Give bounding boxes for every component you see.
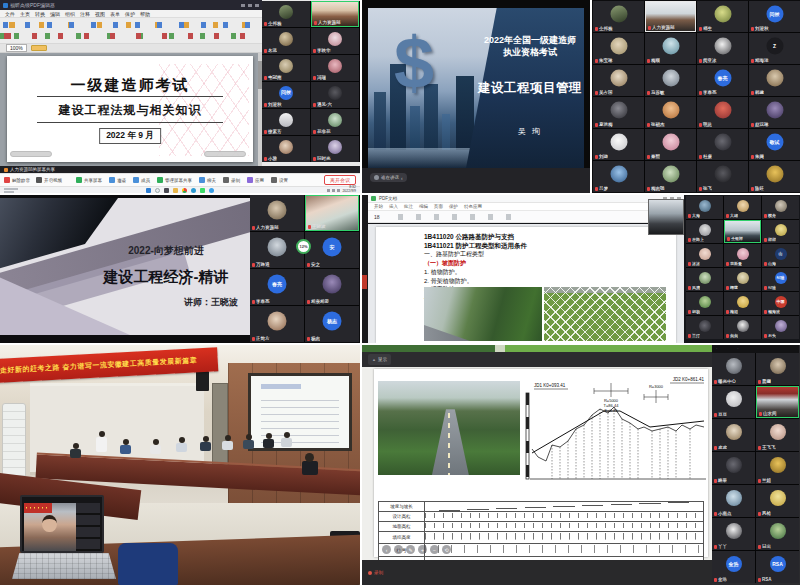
participant-tile[interactable]: 大海 [686,196,723,219]
minimize-icon[interactable] [241,4,245,7]
show-panel-chip[interactable]: ▲ 显示 [368,354,391,365]
menu-tab[interactable]: 编辑 [419,204,428,209]
system-tray[interactable]: 8:32 2022/9/9 [327,186,356,193]
participant-tile[interactable]: 豆豆 [712,386,755,418]
participant-tile[interactable]: 张朝杰 [645,97,696,128]
participant-tile[interactable]: 山水间 [756,386,799,418]
control-button[interactable]: › [394,545,403,554]
participant-tile[interactable]: 人力资源部 [250,195,304,231]
weather-widget[interactable] [4,188,18,193]
participant-tile[interactable]: 徐素芳 [262,109,310,135]
participant-tile[interactable]: 马苏敏 [645,65,696,96]
participant-tile[interactable]: 夏洪梅 [593,97,644,128]
pdf-toolbar-icons[interactable] [0,18,262,44]
menu-item[interactable]: 主页 [20,11,30,17]
participant-tile[interactable]: 小雨点 [712,485,755,517]
participant-tile[interactable]: 李映华 [311,28,359,54]
control-button[interactable]: ‹ [382,545,391,554]
participant-tile[interactable]: 正前方 [250,306,304,342]
participant-tile[interactable]: 人力资源部 [645,1,696,32]
participant-tile[interactable]: 遇见·六 [311,82,359,108]
participant-tile[interactable]: 冯瑞 [311,55,359,81]
participant-tile[interactable]: 风铃 [756,485,799,517]
participant-tile[interactable]: 春亮 李春亮 [697,65,748,96]
participant-tile[interactable]: 丫丫 [712,518,755,550]
participant-tile[interactable]: 曝光中心 [712,353,755,385]
pdf-document-area[interactable]: 1B411020 公路路基防护与支挡 1B411021 防护工程类型和适用条件 … [368,224,684,343]
window-buttons[interactable] [241,4,259,7]
menu-item[interactable]: 编辑 [50,11,60,17]
participant-tile[interactable]: 敬试 朱姗 [749,129,800,160]
participant-tile[interactable]: 王晓波 [305,195,359,231]
toolbar-toggle[interactable]: 开启视频 [36,177,62,183]
participant-tile[interactable]: 韦冠南 [262,55,310,81]
participant-tile[interactable]: 陈旺 [749,161,800,192]
participant-tile[interactable]: 横舟 [762,196,799,219]
toolbar-button[interactable]: 应用 [247,177,264,183]
pdf-document-area[interactable]: 一级建造师考试 建设工程法规与相关知识 2022 年 9 月 [0,53,262,166]
hand-tool-active[interactable] [31,45,47,51]
participant-tile[interactable]: 中国 籍海波 [762,292,799,315]
meeting-app-icon[interactable] [209,188,214,193]
participant-tile[interactable]: 吴占国 [593,65,644,96]
participant-tile[interactable]: 皮皮 [712,419,755,451]
document-tab[interactable]: PDF文档 [379,196,397,201]
participant-tile[interactable]: 杨志 杨志 [305,306,359,342]
chrome-icon[interactable] [182,188,187,193]
toolbar-button[interactable]: 管理屏幕共享 [157,177,192,183]
leave-meeting-button[interactable]: 离开会议 [324,175,356,185]
participant-tile[interactable]: 名流 [262,28,310,54]
participant-tile[interactable]: 赵汉琳 [749,97,800,128]
document-area[interactable]: JD1 K0+093.41 R=5000 T=86.44 E=0.75 R=30… [362,367,712,560]
floating-camera-video[interactable] [648,199,684,235]
control-button[interactable]: ✎ [406,545,415,554]
participant-tile[interactable]: 纪迪 纪迪 [762,268,799,291]
participant-tile[interactable]: 秦熙 [645,129,696,160]
participant-tile[interactable]: 王飞飞 [756,419,799,451]
start-icon[interactable] [146,188,151,193]
participant-tile[interactable]: 金浩 金浩 [712,551,755,583]
participant-tile[interactable]: 梅姐 [724,292,761,315]
menu-item[interactable]: 转换 [35,11,45,17]
participant-tile[interactable]: 兰汀 [686,316,723,339]
menu-item[interactable]: 帮助 [140,11,150,17]
participant-tile[interactable]: Z 稻海洋 [749,33,800,64]
participant-tile[interactable]: 山 山海 [762,244,799,267]
participant-tile[interactable]: 甜甜 [762,220,799,243]
menu-item[interactable]: 组织 [65,11,75,17]
pdf-app-titlebar[interactable]: PDF文档 [368,195,684,203]
taskview-icon[interactable] [164,188,169,193]
participant-tile[interactable]: 问候 刘迎秋 [749,1,800,32]
toolbar-button[interactable]: 聊天 [199,177,216,183]
participant-tile[interactable]: 梅志强 [645,161,696,192]
participant-tile[interactable]: 兰姐 [756,452,799,484]
participant-tile[interactable]: 日出 [756,518,799,550]
participant-tile[interactable]: 人力资源部 [311,1,359,27]
zoom-pill[interactable] [204,151,246,157]
toolbar-button[interactable]: 设置 [271,177,288,183]
participant-tile[interactable]: 胡杨 [686,292,723,315]
participant-tile[interactable]: 匆匆 [724,316,761,339]
menu-item[interactable]: 视图 [95,11,105,17]
menu-tab[interactable]: 特色应用 [464,204,482,209]
wechat-icon[interactable] [200,188,205,193]
participant-tile[interactable]: 梅顺 [645,33,696,64]
participant-tile[interactable]: 仝邦栋 [262,1,310,27]
speaking-indicator-pill[interactable]: 谁在讲话 ‹ [370,173,407,182]
page-indicator[interactable]: 18 [374,214,380,220]
participant-tile[interactable]: 安 安之 [305,232,359,268]
participant-tile[interactable]: 旧时光 [311,136,359,162]
participant-tile[interactable]: 福生 [697,1,748,32]
participant-tile[interactable]: RSA RSA [756,551,799,583]
menu-item[interactable]: 保护 [125,11,135,17]
participant-tile[interactable]: 刘璐 [593,129,644,160]
explorer-icon[interactable] [173,188,178,193]
page-nav-pill[interactable] [10,151,52,157]
control-button[interactable]: ⟲ [442,545,451,554]
close-icon[interactable] [255,4,259,7]
menu-item[interactable]: 文件 [5,11,15,17]
participant-tile[interactable]: 张飞 [697,161,748,192]
participant-tile[interactable]: 大雄 [724,196,761,219]
participant-tile[interactable]: 朱宝琳 [593,33,644,64]
participant-tile[interactable]: 风清 [686,268,723,291]
